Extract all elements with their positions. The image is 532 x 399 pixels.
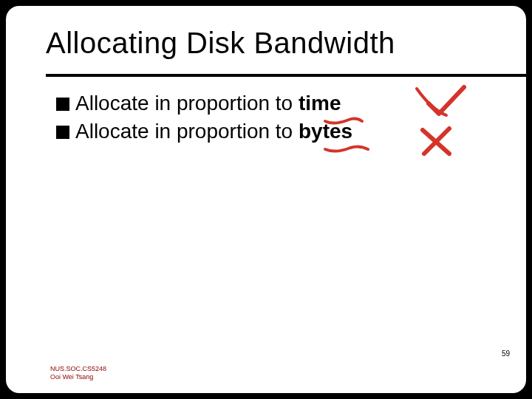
list-item: Allocate in proportion to time <box>56 92 352 115</box>
bullet-list: Allocate in proportion to time Allocate … <box>56 92 352 148</box>
title-rule <box>46 74 526 77</box>
connector-stroke-icon <box>417 89 446 115</box>
cross-icon <box>424 129 449 154</box>
bullet-bold: time <box>299 92 341 115</box>
bullet-prefix: Allocate in proportion to <box>75 120 299 143</box>
bullet-text: Allocate in proportion to time <box>75 92 341 115</box>
bullet-prefix: Allocate in proportion to <box>75 92 299 115</box>
page-number: 59 <box>502 349 510 358</box>
square-bullet-icon <box>56 98 69 111</box>
annotation-layer <box>6 6 526 393</box>
footer-author: Ooi Wei Tsang <box>50 373 106 381</box>
bullet-text: Allocate in proportion to bytes <box>75 120 352 143</box>
footer-course: NUS.SOC.CS5248 <box>50 365 106 373</box>
square-bullet-icon <box>56 126 69 139</box>
list-item: Allocate in proportion to bytes <box>56 120 352 143</box>
cross-icon <box>423 130 449 154</box>
slide: Allocating Disk Bandwidth Allocate in pr… <box>6 6 526 393</box>
slide-title: Allocating Disk Bandwidth <box>46 27 395 60</box>
footer: NUS.SOC.CS5248 Ooi Wei Tsang <box>50 365 106 381</box>
bullet-bold: bytes <box>299 120 352 143</box>
check-icon <box>429 87 464 114</box>
